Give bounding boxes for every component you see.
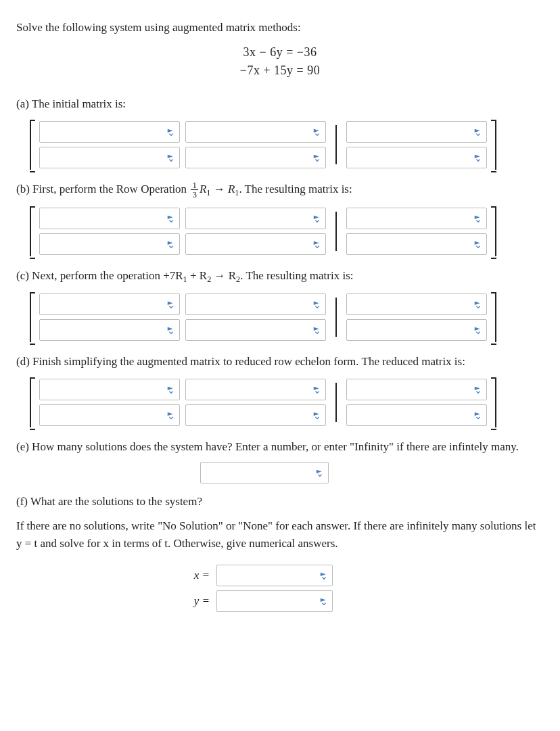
part-c-text: (c) Next, perform the operation +7R1 + R… [16, 267, 544, 286]
fraction-icon: 13 [191, 181, 198, 199]
x-equals-label: x = [185, 569, 210, 582]
r-symbol: R [200, 183, 206, 195]
matrix-input[interactable] [185, 293, 326, 315]
part-b-pre: (b) First, perform the Row Operation [16, 183, 189, 195]
arrow-icon: → [210, 183, 228, 195]
problem-intro: Solve the following system using augment… [16, 19, 544, 37]
left-bracket-icon [28, 205, 37, 258]
matrix-b-r2c1[interactable] [39, 233, 180, 255]
part-a-text: (a) The initial matrix is: [16, 95, 544, 113]
x-answer-field[interactable] [216, 565, 333, 586]
matrix-input[interactable] [39, 208, 180, 229]
matrix-input[interactable] [346, 121, 487, 143]
matrix-input[interactable] [39, 121, 180, 143]
part-f-detail: If there are no solutions, write "No Sol… [16, 517, 544, 553]
matrix-input[interactable] [39, 379, 180, 400]
left-bracket-icon [28, 376, 37, 429]
matrix-a-r2c3[interactable] [346, 147, 487, 168]
matrix-a-r1c3[interactable] [346, 121, 487, 143]
equation-block: 3x − 6y = −36 −7x + 15y = 90 [16, 43, 544, 81]
part-b-post: . The resulting matrix is: [239, 183, 352, 195]
matrix-input[interactable] [346, 319, 487, 341]
part-b-text: (b) First, perform the Row Operation 13R… [16, 181, 544, 199]
matrix-a-r1c2[interactable] [185, 121, 326, 143]
y-answer-input[interactable] [216, 590, 333, 612]
matrix-c-r2c2[interactable] [185, 319, 326, 341]
right-bracket-icon [490, 205, 498, 258]
matrix-d-r2c3[interactable] [346, 404, 487, 426]
matrix-c-r1c3[interactable] [346, 293, 487, 315]
matrix-input[interactable] [39, 404, 180, 426]
matrix-input[interactable] [39, 319, 180, 341]
matrix-d-r1c3[interactable] [346, 379, 487, 400]
matrix-d-r1c2[interactable] [185, 379, 326, 400]
left-bracket-icon [28, 291, 37, 344]
matrix-b-r1c2[interactable] [185, 208, 326, 229]
op-text: + R [187, 269, 207, 282]
op-text: +7R [163, 269, 183, 282]
left-bracket-icon [28, 118, 37, 171]
matrix-c-r2c1[interactable] [39, 319, 180, 341]
part-f-text: (f) What are the solutions to the system… [16, 493, 544, 511]
matrix-a-r2c1[interactable] [39, 147, 180, 168]
num-solutions-input[interactable] [200, 462, 329, 484]
matrix-input[interactable] [346, 293, 487, 315]
matrix-b-r2c2[interactable] [185, 233, 326, 255]
matrix-d-r2c1[interactable] [39, 404, 180, 426]
matrix-input[interactable] [185, 379, 326, 400]
equation-2: −7x + 15y = 90 [16, 62, 544, 80]
matrix-input[interactable] [346, 404, 487, 426]
arrow-icon: → R [211, 269, 236, 282]
matrix-input[interactable] [185, 404, 326, 426]
matrix-d-r2c2[interactable] [185, 404, 326, 426]
matrix-input[interactable] [346, 379, 487, 400]
matrix-c-r2c3[interactable] [346, 319, 487, 341]
matrix-a-r2c2[interactable] [185, 147, 326, 168]
num-solutions-field[interactable] [200, 462, 329, 484]
x-answer-input[interactable] [216, 565, 333, 586]
matrix-input[interactable] [39, 293, 180, 315]
matrix-b-r1c1[interactable] [39, 208, 180, 229]
augment-bar-icon [335, 212, 337, 251]
augment-bar-icon [335, 125, 337, 164]
matrix-d [16, 376, 544, 429]
matrix-b-r2c3[interactable] [346, 233, 487, 255]
part-c-pre: (c) Next, perform the operation [16, 269, 163, 282]
matrix-input[interactable] [185, 147, 326, 168]
right-bracket-icon [490, 376, 498, 429]
matrix-c [16, 291, 544, 344]
augment-bar-icon [335, 298, 337, 337]
augment-bar-icon [335, 383, 337, 422]
y-equals-label: y = [185, 594, 210, 608]
part-e-text: (e) How many solutions does the system h… [16, 438, 544, 456]
y-answer-field[interactable] [216, 590, 333, 612]
matrix-input[interactable] [39, 233, 180, 255]
matrix-input[interactable] [185, 319, 326, 341]
matrix-a [16, 118, 544, 171]
matrix-c-r1c1[interactable] [39, 293, 180, 315]
matrix-input[interactable] [185, 233, 326, 255]
matrix-input[interactable] [346, 147, 487, 168]
matrix-c-r1c2[interactable] [185, 293, 326, 315]
matrix-input[interactable] [185, 121, 326, 143]
right-bracket-icon [490, 291, 498, 344]
equation-1: 3x − 6y = −36 [16, 43, 544, 62]
right-bracket-icon [490, 118, 498, 171]
r-symbol: R [228, 183, 235, 195]
matrix-input[interactable] [185, 208, 326, 229]
matrix-b [16, 205, 544, 258]
part-d-text: (d) Finish simplifying the augmented mat… [16, 353, 544, 371]
part-c-post: . The resulting matrix is: [240, 269, 353, 282]
matrix-input[interactable] [39, 147, 180, 168]
matrix-input[interactable] [346, 208, 487, 229]
matrix-input[interactable] [346, 233, 487, 255]
matrix-b-r1c3[interactable] [346, 208, 487, 229]
matrix-d-r1c1[interactable] [39, 379, 180, 400]
matrix-a-r1c1[interactable] [39, 121, 180, 143]
